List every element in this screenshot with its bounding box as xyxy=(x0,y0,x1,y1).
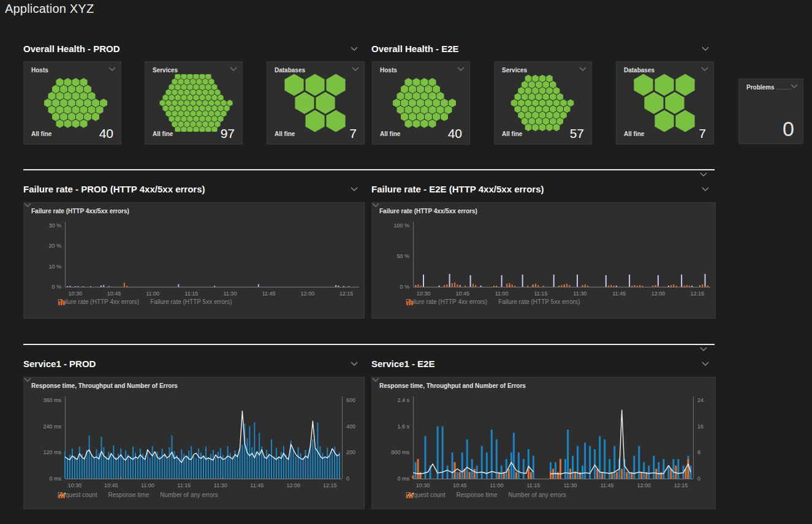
chart-legend: Request countResponse timeNumber of any … xyxy=(406,492,566,498)
svg-text:10:30: 10:30 xyxy=(417,290,431,297)
chart-legend: Failure rate (HTTP 4xx errors)Failure ra… xyxy=(58,298,232,305)
legend-item[interactable]: Response time xyxy=(457,492,498,498)
tile-problems[interactable]: Problems 0 xyxy=(738,78,803,144)
chevron-down-icon[interactable] xyxy=(699,172,708,177)
svg-text:1.6 s: 1.6 s xyxy=(397,423,409,430)
tile-status: All fine xyxy=(275,131,295,137)
svg-text:11:15: 11:15 xyxy=(184,290,198,297)
legend-label: Failure rate (HTTP 4xx errors) xyxy=(58,298,139,305)
section-heading-label: Failure rate - E2E (HTTP 4xx/5xx errors) xyxy=(371,184,544,194)
tile-status: All fine xyxy=(380,131,400,137)
tile-title: Databases xyxy=(624,67,655,74)
svg-text:10 %: 10 % xyxy=(48,264,61,270)
tile-hosts-prod[interactable]: Hosts All fine 40 xyxy=(23,61,121,145)
legend-label: Failure rate (HTTP 5xx errors) xyxy=(498,298,580,305)
tile-status: All fine xyxy=(624,131,644,137)
legend-item[interactable]: Response time xyxy=(108,492,150,498)
section-divider xyxy=(23,344,715,345)
chevron-down-icon[interactable] xyxy=(701,46,710,51)
tile-databases-e2e[interactable]: Databases All fine 7 xyxy=(616,61,714,145)
chevron-down-icon[interactable] xyxy=(108,67,116,72)
legend-label: Failure rate (HTTP 5xx errors) xyxy=(150,298,232,305)
tile-count: 40 xyxy=(448,126,462,141)
chevron-down-icon[interactable] xyxy=(350,361,359,366)
svg-text:10:45: 10:45 xyxy=(107,290,121,297)
section-heading-service-prod: Service1 - PROD xyxy=(23,359,365,371)
svg-text:0: 0 xyxy=(697,476,700,482)
svg-text:240 ms: 240 ms xyxy=(43,423,61,430)
svg-text:11:45: 11:45 xyxy=(612,290,626,297)
tile-title: Problems xyxy=(746,84,775,91)
svg-text:30 %: 30 % xyxy=(48,222,61,229)
svg-text:10:45: 10:45 xyxy=(453,482,467,488)
svg-text:8: 8 xyxy=(697,449,700,455)
tile-count: 57 xyxy=(570,126,584,141)
svg-text:11:00: 11:00 xyxy=(490,482,503,488)
chevron-down-icon[interactable] xyxy=(701,361,710,366)
chevron-down-icon[interactable] xyxy=(230,67,237,72)
section-heading-health-e2e: Overall Health - E2E xyxy=(371,44,716,56)
chevron-down-icon[interactable] xyxy=(579,67,586,72)
chevron-down-icon[interactable] xyxy=(350,186,359,192)
svg-text:10:30: 10:30 xyxy=(68,482,82,488)
svg-text:50 %: 50 % xyxy=(397,253,409,259)
chevron-down-icon[interactable] xyxy=(350,46,359,51)
tile-hosts-e2e[interactable]: Hosts All fine 40 xyxy=(372,61,470,145)
legend-item[interactable]: Failure rate (HTTP 4xx errors) xyxy=(58,298,139,305)
legend-item[interactable]: Number of any errors xyxy=(160,492,218,498)
svg-text:11:30: 11:30 xyxy=(573,290,586,297)
svg-text:11:15: 11:15 xyxy=(177,482,191,488)
legend-item[interactable]: Failure rate (HTTP 5xx errors) xyxy=(150,298,232,305)
section-heading-label: Service1 - E2E xyxy=(371,359,434,369)
bar-series-icon xyxy=(406,298,414,306)
svg-text:12:00: 12:00 xyxy=(286,482,300,488)
tile-status: All fine xyxy=(153,131,173,137)
svg-text:10:45: 10:45 xyxy=(456,290,470,297)
hexagon-grid xyxy=(617,74,713,132)
tile-service-chart-e2e[interactable]: Response time, Throughput and Number of … xyxy=(371,377,716,509)
bar-series-icon xyxy=(58,298,66,306)
svg-text:11:00: 11:00 xyxy=(495,290,509,297)
svg-text:200: 200 xyxy=(346,449,355,455)
svg-text:16: 16 xyxy=(697,423,704,430)
chevron-down-icon[interactable] xyxy=(352,67,359,72)
tile-title: Hosts xyxy=(380,67,397,74)
tile-failure-chart-e2e[interactable]: Failure rate (HTTP 4xx/5xx errors) 0 %50… xyxy=(371,202,716,319)
svg-text:11:00: 11:00 xyxy=(141,482,154,488)
svg-text:11:45: 11:45 xyxy=(601,482,614,488)
chevron-down-icon[interactable] xyxy=(701,67,708,72)
svg-text:0 %: 0 % xyxy=(400,284,409,290)
tile-title: Hosts xyxy=(31,67,48,74)
tile-service-chart-prod[interactable]: Response time, Throughput and Number of … xyxy=(23,377,365,509)
svg-text:120 ms: 120 ms xyxy=(43,449,61,455)
tile-count: 7 xyxy=(349,126,357,141)
section-heading-label: Overall Health - PROD xyxy=(23,44,120,54)
legend-item[interactable]: Failure rate (HTTP 5xx errors) xyxy=(498,298,580,305)
chevron-down-icon[interactable] xyxy=(457,67,465,72)
chevron-down-icon[interactable] xyxy=(791,84,798,89)
tile-failure-chart-prod[interactable]: Failure rate (HTTP 4xx/5xx errors) 0 %10… xyxy=(23,202,365,319)
svg-text:10:30: 10:30 xyxy=(416,482,430,488)
legend-item[interactable]: Failure rate (HTTP 4xx errors) xyxy=(406,298,487,305)
underline-decoration xyxy=(776,89,792,89)
section-heading-failure-e2e: Failure rate - E2E (HTTP 4xx/5xx errors) xyxy=(371,184,716,196)
chevron-down-icon[interactable] xyxy=(701,186,710,192)
tile-count: 97 xyxy=(221,126,235,141)
svg-text:0 ms: 0 ms xyxy=(49,476,61,482)
svg-text:2.4 s: 2.4 s xyxy=(397,397,409,403)
svg-text:10:30: 10:30 xyxy=(69,290,83,297)
tile-services-e2e[interactable]: Services All fine 57 xyxy=(494,61,592,145)
svg-text:400: 400 xyxy=(346,423,355,430)
svg-text:12:15: 12:15 xyxy=(340,290,354,297)
svg-text:24: 24 xyxy=(697,397,704,403)
svg-text:11:30: 11:30 xyxy=(564,482,577,488)
tile-count: 7 xyxy=(699,126,706,141)
tile-services-prod[interactable]: Services All fine 97 xyxy=(145,61,243,145)
svg-text:12:00: 12:00 xyxy=(651,290,666,297)
bar-series-icon xyxy=(406,492,414,499)
legend-item[interactable]: Number of any errors xyxy=(508,492,566,498)
chevron-down-icon[interactable] xyxy=(699,346,708,352)
tile-title: Databases xyxy=(275,67,305,74)
tile-databases-prod[interactable]: Databases All fine 7 xyxy=(267,61,365,145)
bar-series-icon xyxy=(58,492,66,499)
